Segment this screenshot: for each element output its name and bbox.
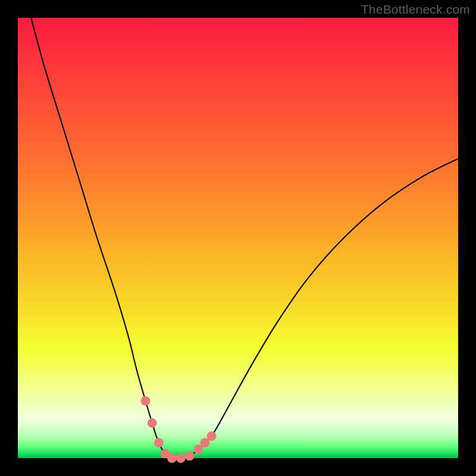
curve-marker (176, 453, 186, 463)
bottleneck-curve (18, 18, 458, 458)
curve-markers (141, 396, 217, 463)
curve-marker (154, 438, 164, 447)
curve-marker (141, 396, 151, 406)
watermark-text: TheBottleneck.com (361, 2, 470, 17)
curve-marker (167, 453, 177, 463)
chart-frame: TheBottleneck.com (0, 0, 476, 476)
curve-marker (185, 451, 195, 461)
curve-marker (207, 431, 217, 441)
curve-marker (148, 418, 157, 428)
curve-path (31, 18, 458, 459)
